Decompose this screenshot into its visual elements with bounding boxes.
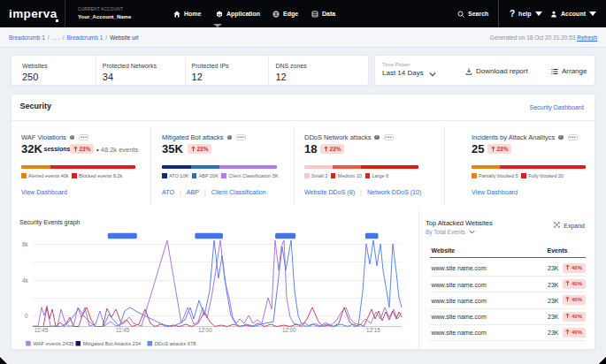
svg-text:11:45: 11:45 xyxy=(116,327,130,333)
svg-text:Mitigated Bot Attacks 234: Mitigated Bot Attacks 234 xyxy=(83,341,142,346)
svg-text:DDoS attacks 678: DDoS attacks 678 xyxy=(155,341,196,346)
svg-text:12:00: 12:00 xyxy=(198,327,212,333)
svg-text:8k: 8k xyxy=(22,241,29,247)
svg-text:0: 0 xyxy=(25,313,28,319)
svg-text:12:15: 12:15 xyxy=(366,327,380,333)
svg-text:WAF events 2435: WAF events 2435 xyxy=(34,341,74,346)
svg-text:4k: 4k xyxy=(22,277,29,284)
svg-text:12:00: 12:00 xyxy=(282,327,296,333)
svg-text:11:45: 11:45 xyxy=(35,327,49,333)
